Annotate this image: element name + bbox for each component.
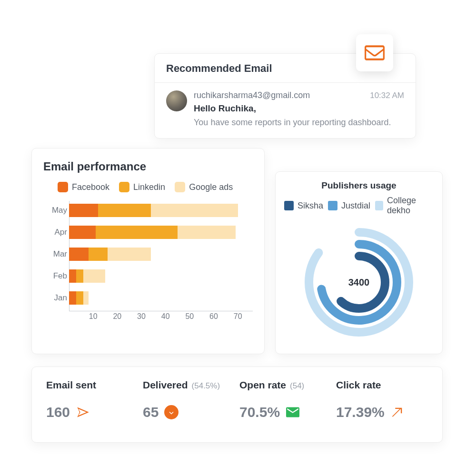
bar-row: Feb [48,267,253,286]
bar-segment-fb [69,291,76,305]
swatch-facebook [58,182,68,192]
paper-plane-icon [76,405,90,419]
arrow-up-right-icon [390,405,405,419]
email-performance-card: Email performance Facebook Linkedin Goog… [31,148,265,354]
swatch-collegedekho [375,201,383,210]
envelope-badge [356,34,393,71]
email-greeting: Hello Ruchika, [194,103,404,114]
legend-collegedekho-label: College dekho [387,196,434,216]
email-address: ruchikarsharma43@gmail.com [194,90,310,100]
bar-segment-li [76,269,83,283]
stat-delivered: Delivered (54.5%) 65 [143,379,235,432]
bar-segment-li [89,248,108,261]
stat-open-rate: Open rate (54) 70.5% [239,379,331,432]
bar-track [69,248,253,261]
stat-click-rate-value: 17.39% [336,404,385,420]
legend-facebook-label: Facebook [72,182,109,192]
x-tick-label: 60 [209,312,218,321]
bar-segment-fb [69,226,96,239]
stat-open-rate-sub: (54) [290,381,304,391]
stat-click-rate: Click rate 17.39% [336,379,428,432]
email-stats-panel: Email sent 160 Delivered (54.5%) 65 Open… [31,367,443,443]
stat-email-sent-value: 160 [46,404,70,420]
stat-open-rate-label: Open rate [239,379,286,391]
x-tick-label: 70 [234,312,242,321]
bar-segment-li [76,291,83,305]
stat-email-sent: Email sent 160 [46,379,138,432]
bar-category-label: Feb [48,271,67,281]
arrow-down-circle-icon [164,405,178,419]
swatch-googleads [175,182,185,192]
publishers-legend: Siksha Justdial College dekho [284,196,434,216]
legend-siksha: Siksha [284,196,323,216]
stat-delivered-label: Delivered [143,379,188,391]
legend-justdial: Justdial [328,196,370,216]
x-tick-label: 10 [89,312,98,321]
bar-segment-li [98,204,151,217]
legend-facebook: Facebook [58,182,109,192]
x-tick-label: 40 [161,312,170,321]
stat-click-rate-label: Click rate [336,379,381,391]
x-axis-ticks: 10203040506070 [69,310,253,321]
recommended-email-body[interactable]: ruchikarsharma43@gmail.com 10:32 AM Hell… [155,83,416,138]
legend-googleads: Google ads [175,182,233,192]
bar-track [69,269,253,283]
bar-row: Jan [48,288,253,307]
envelope-icon [365,45,385,60]
publishers-center-value: 3400 [297,220,421,344]
bar-segment-li [96,226,178,239]
bar-segment-ga [178,226,236,239]
stat-email-sent-label: Email sent [46,379,96,391]
legend-collegedekho: College dekho [375,196,434,216]
bar-track [69,204,253,217]
performance-legend: Facebook Linkedin Google ads [43,182,253,192]
bar-segment-ga [83,269,105,283]
bar-segment-fb [69,269,76,283]
stat-delivered-sub: (54.5%) [192,381,220,391]
legend-justdial-label: Justdial [341,201,370,211]
email-time: 10:32 AM [370,91,404,100]
stat-open-rate-value: 70.5% [239,404,280,420]
bar-segment-ga [108,248,151,261]
legend-linkedin-label: Linkedin [133,182,165,192]
bar-category-label: May [48,206,67,215]
legend-siksha-label: Siksha [298,201,323,211]
bar-track [69,291,253,305]
legend-linkedin: Linkedin [119,182,165,192]
publishers-usage-card: Publishers usage Siksha Justdial College… [275,171,443,354]
legend-googleads-label: Google ads [189,182,233,192]
stat-delivered-value: 65 [143,404,159,420]
bar-track [69,226,253,239]
bar-category-label: Mar [48,249,67,259]
swatch-justdial [328,201,337,210]
bar-segment-fb [69,204,98,217]
publishers-radial-chart: 3400 [297,220,421,344]
avatar [166,90,187,111]
x-tick-label: 30 [137,312,146,321]
publishers-title: Publishers usage [284,180,434,191]
swatch-linkedin [119,182,129,192]
bar-segment-ga [151,204,238,217]
bar-row: Mar [48,245,253,264]
performance-bar-chart: MayAprMarFebJan 10203040506070 [48,201,253,334]
bar-row: May [48,201,253,220]
bar-category-label: Jan [48,293,67,303]
bar-segment-ga [83,291,88,305]
x-tick-label: 50 [185,312,194,321]
swatch-siksha [284,201,294,210]
email-message: You have some reports in your reporting … [194,118,404,128]
envelope-small-icon [286,405,300,419]
x-tick-label: 20 [113,312,121,321]
bar-segment-fb [69,248,89,261]
bar-row: Apr [48,223,253,242]
bar-category-label: Apr [48,228,67,237]
email-performance-title: Email performance [43,160,253,173]
